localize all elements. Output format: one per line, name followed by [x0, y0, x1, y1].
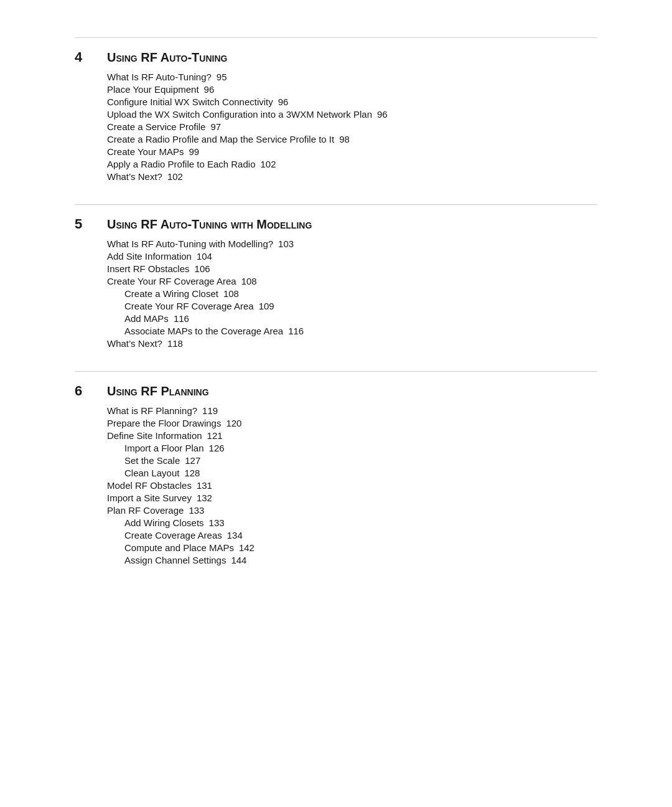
toc-item: Import a Site Survey132: [107, 493, 597, 503]
toc-item: Create a Wiring Closet108: [107, 288, 597, 299]
toc-item: Define Site Information121: [107, 430, 597, 441]
toc-item-text: What Is RF Auto-Tuning with Modelling?: [107, 238, 273, 249]
toc-item-text: Model RF Obstacles: [107, 480, 192, 491]
toc-item: Create Your RF Coverage Area109: [107, 301, 597, 311]
toc-item-page: 95: [217, 72, 227, 82]
toc-item: Configure Initial WX Switch Connectivity…: [107, 97, 597, 107]
toc-item: Create Your RF Coverage Area108: [107, 276, 597, 286]
toc-item-page: 97: [210, 121, 221, 132]
toc-item-page: 121: [207, 430, 223, 441]
toc-item-page: 118: [167, 338, 183, 349]
toc-item-page: 134: [227, 530, 243, 540]
toc-item-page: 131: [197, 480, 212, 491]
toc-item-text: Clean Layout: [124, 468, 179, 478]
toc-item-text: Plan RF Coverage: [107, 505, 184, 516]
chapter-5-number: 5: [75, 216, 100, 232]
toc-item-page: 133: [189, 505, 204, 516]
toc-item: Add MAPs116: [107, 313, 597, 324]
toc-item-text: Import a Floor Plan: [124, 443, 204, 453]
chapter-4-header: 4Using RF Auto-Tuning: [75, 49, 597, 65]
toc-item-page: 132: [197, 493, 212, 503]
toc-item-page: 109: [259, 301, 274, 311]
chapter-4-items: What Is RF Auto-Tuning?95Place Your Equi…: [75, 72, 597, 182]
toc-item-text: Place Your Equipment: [107, 84, 199, 95]
chapter-6-items: What is RF Planning?119Prepare the Floor…: [75, 405, 597, 565]
toc-item-page: 128: [184, 468, 200, 478]
toc-item-text: Create Coverage Areas: [124, 530, 222, 540]
toc-item-text: Create a Service Profile: [107, 121, 205, 132]
toc-item: Create Coverage Areas134: [107, 530, 597, 540]
toc-item-page: 102: [167, 171, 183, 182]
toc-item: What’s Next?118: [107, 338, 597, 349]
toc-item-page: 142: [239, 542, 254, 553]
toc-item-text: Create a Wiring Closet: [124, 288, 218, 299]
toc-item-page: 102: [260, 159, 276, 169]
toc-item: Apply a Radio Profile to Each Radio102: [107, 159, 597, 169]
toc-item: Set the Scale127: [107, 455, 597, 466]
toc-item-page: 120: [226, 418, 241, 428]
toc-item-text: What Is RF Auto-Tuning?: [107, 72, 212, 82]
toc-item-text: Prepare the Floor Drawings: [107, 418, 221, 428]
chapter-6: 6Using RF PlanningWhat is RF Planning?11…: [75, 371, 597, 565]
toc-item-text: Upload the WX Switch Configuration into …: [107, 109, 372, 120]
chapter-6-number: 6: [75, 383, 100, 399]
toc-item-page: 104: [197, 251, 212, 262]
chapter-5-header: 5Using RF Auto-Tuning with Modelling: [75, 216, 597, 232]
toc-item-page: 116: [288, 326, 304, 336]
toc-item: Model RF Obstacles131: [107, 480, 597, 491]
chapter-4: 4Using RF Auto-TuningWhat Is RF Auto-Tun…: [75, 37, 597, 182]
toc-item: What Is RF Auto-Tuning?95: [107, 72, 597, 82]
toc-item-text: What’s Next?: [107, 338, 162, 349]
chapter-5-items: What Is RF Auto-Tuning with Modelling?10…: [75, 238, 597, 349]
toc-item-text: Assign Channel Settings: [124, 555, 226, 565]
toc-item-page: 103: [278, 238, 294, 249]
toc-item: Plan RF Coverage133: [107, 505, 597, 516]
toc-item-text: Associate MAPs to the Coverage Area: [124, 326, 283, 336]
toc-item: Add Site Information104: [107, 251, 597, 262]
toc-item-page: 127: [185, 455, 200, 466]
toc-item: Create a Service Profile97: [107, 121, 597, 132]
toc-item-page: 99: [189, 146, 199, 157]
toc-item: Assign Channel Settings144: [107, 555, 597, 565]
chapter-4-number: 4: [75, 49, 100, 65]
toc-item-text: Create Your RF Coverage Area: [107, 276, 236, 286]
toc-item: Insert RF Obstacles106: [107, 263, 597, 274]
toc-item-text: What is RF Planning?: [107, 405, 197, 416]
toc-item-text: Compute and Place MAPs: [124, 542, 234, 553]
toc-item-page: 108: [223, 288, 239, 299]
toc-item-page: 106: [195, 263, 210, 274]
toc-item-page: 108: [241, 276, 257, 286]
toc-container: 4Using RF Auto-TuningWhat Is RF Auto-Tun…: [75, 37, 597, 565]
toc-item-page: 119: [202, 405, 218, 416]
toc-item-page: 133: [209, 517, 225, 528]
toc-item: Clean Layout128: [107, 468, 597, 478]
chapter-4-title: Using RF Auto-Tuning: [107, 50, 227, 65]
toc-item-text: Define Site Information: [107, 430, 202, 441]
chapter-6-header: 6Using RF Planning: [75, 383, 597, 399]
toc-item: Import a Floor Plan126: [107, 443, 597, 453]
toc-item: Upload the WX Switch Configuration into …: [107, 109, 597, 120]
toc-item-page: 126: [209, 443, 225, 453]
toc-item-text: Insert RF Obstacles: [107, 263, 190, 274]
toc-item-page: 144: [231, 555, 246, 565]
toc-item-page: 116: [174, 313, 189, 324]
toc-item: Create Your MAPs99: [107, 146, 597, 157]
toc-item: Create a Radio Profile and Map the Servi…: [107, 134, 597, 144]
toc-item-text: Add Wiring Closets: [124, 517, 204, 528]
toc-item-text: What’s Next?: [107, 171, 162, 182]
toc-item-text: Import a Site Survey: [107, 493, 192, 503]
toc-item-page: 96: [278, 97, 289, 107]
toc-item-text: Configure Initial WX Switch Connectivity: [107, 97, 273, 107]
toc-item: Prepare the Floor Drawings120: [107, 418, 597, 428]
toc-item-text: Create Your MAPs: [107, 146, 184, 157]
toc-item-page: 96: [204, 84, 215, 95]
toc-item: Compute and Place MAPs142: [107, 542, 597, 553]
toc-item-text: Apply a Radio Profile to Each Radio: [107, 159, 255, 169]
chapter-5: 5Using RF Auto-Tuning with ModellingWhat…: [75, 204, 597, 349]
toc-item: What’s Next?102: [107, 171, 597, 182]
toc-item: What is RF Planning?119: [107, 405, 597, 416]
toc-item-text: Set the Scale: [124, 455, 180, 466]
toc-item: Associate MAPs to the Coverage Area116: [107, 326, 597, 336]
toc-item-text: Create a Radio Profile and Map the Servi…: [107, 134, 334, 144]
toc-item-text: Add Site Information: [107, 251, 192, 262]
